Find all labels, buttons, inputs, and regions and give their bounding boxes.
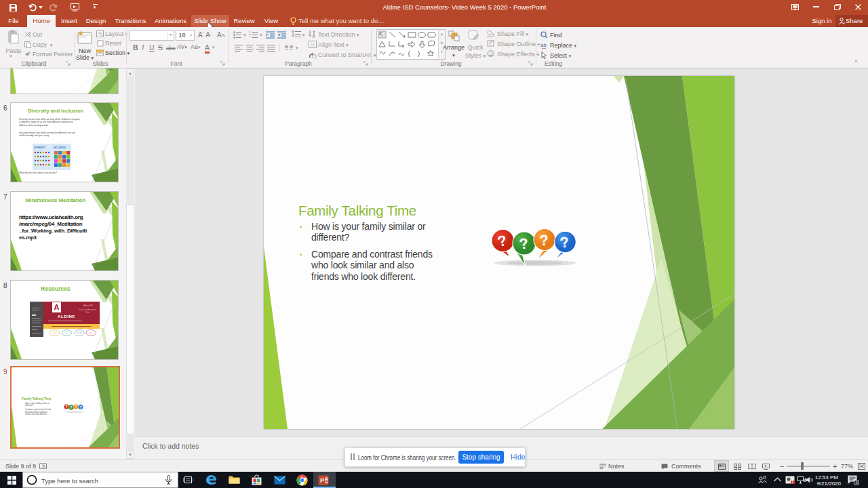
svg-text:A: A — [312, 35, 315, 39]
svg-text:x: x — [43, 464, 45, 468]
svg-text:ab: ab — [540, 42, 547, 48]
svg-text:?: ? — [539, 232, 549, 249]
svg-text:P: P — [320, 477, 324, 484]
